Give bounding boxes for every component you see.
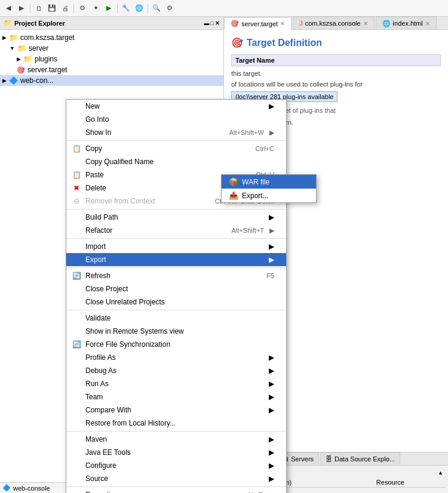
tree-item-server[interactable]: ▼ 📁 server bbox=[0, 43, 223, 54]
menu-item-import[interactable]: Import ▶ bbox=[66, 240, 286, 253]
submenu-item-export[interactable]: 📤 Export... bbox=[222, 189, 316, 202]
menu-item-go-into[interactable]: Go Into bbox=[66, 113, 286, 126]
menu-item-label: Close Unrelated Projects bbox=[85, 298, 165, 306]
tab-server-target[interactable]: 🎯 server.target ✕ bbox=[224, 17, 291, 30]
menu-item-label: Profile As bbox=[85, 353, 116, 362]
menu-item-run-as[interactable]: Run As ▶ bbox=[66, 377, 286, 390]
menu-item-show-in[interactable]: Show In Alt+Shift+W ▶ bbox=[66, 126, 286, 139]
menu-item-debug-as[interactable]: Debug As ▶ bbox=[66, 364, 286, 377]
bottom-tab-datasource[interactable]: 🗄 Data Source Explo... bbox=[320, 452, 400, 465]
menu-item-copy-qualified[interactable]: Copy Qualified Name bbox=[66, 155, 286, 168]
shortcut-label: Alt+Shift+T ▶ bbox=[232, 227, 274, 235]
arrow-icon: ▶ bbox=[269, 242, 274, 251]
menu-item-maven[interactable]: Maven ▶ bbox=[66, 433, 286, 446]
tab-close-btn[interactable]: ✕ bbox=[280, 20, 285, 27]
tab-label: index.html bbox=[393, 20, 423, 27]
menu-item-close-unrelated[interactable]: Close Unrelated Projects bbox=[66, 295, 286, 309]
toolbar-btn-star[interactable]: ✦ bbox=[90, 2, 102, 14]
war-icon: 📦 bbox=[229, 177, 238, 186]
menu-item-refresh[interactable]: 🔄 Refresh F5 bbox=[66, 269, 286, 282]
tree-item-target[interactable]: ▶ 📁 com.kszsa.target bbox=[0, 32, 223, 43]
menu-item-validate[interactable]: Validate bbox=[66, 312, 286, 325]
maximize-btn[interactable]: □ bbox=[211, 20, 214, 26]
title-text: Target Definition bbox=[247, 38, 322, 48]
desc-text: of locations will be used to collect plu… bbox=[231, 81, 363, 88]
menu-item-build-path[interactable]: Build Path ▶ bbox=[66, 211, 286, 224]
target-definition-title: 🎯 Target Definition bbox=[231, 37, 441, 48]
expand-icon: ▶ bbox=[2, 78, 7, 84]
toolbar-btn-tools[interactable]: 🔧 bbox=[120, 2, 132, 14]
tree-item-server-target[interactable]: 🎯 server.target bbox=[0, 64, 223, 75]
folder-icon: 📁 bbox=[17, 44, 26, 53]
arrow-icon: ▶ bbox=[269, 353, 274, 362]
refresh-icon: 🔄 bbox=[71, 270, 82, 281]
minimize-btn[interactable]: ▬ bbox=[204, 20, 210, 26]
menu-item-properties[interactable]: Properties Alt+Enter bbox=[66, 488, 286, 493]
menu-sep-1 bbox=[66, 140, 286, 141]
menu-item-source[interactable]: Source ▶ bbox=[66, 472, 286, 485]
toolbar-btn-search[interactable]: 🔍 bbox=[151, 2, 162, 14]
arrow-icon: ▶ bbox=[269, 448, 274, 457]
tab-console[interactable]: J com.kszsa.console ✕ bbox=[293, 17, 374, 29]
menu-item-label: Delete bbox=[85, 184, 106, 192]
tab-close-btn[interactable]: ✕ bbox=[363, 20, 368, 27]
target-icon: 🎯 bbox=[231, 20, 239, 27]
menu-item-label: Copy bbox=[85, 144, 102, 153]
menu-item-team[interactable]: Team ▶ bbox=[66, 390, 286, 403]
menu-item-restore[interactable]: Restore from Local History... bbox=[66, 417, 286, 430]
menu-item-close-project[interactable]: Close Project bbox=[66, 282, 286, 295]
arrow-icon: ▶ bbox=[269, 474, 274, 483]
menu-item-java-ee[interactable]: Java EE Tools ▶ bbox=[66, 446, 286, 459]
menu-item-profile-as[interactable]: Profile As ▶ bbox=[66, 351, 286, 364]
col-header-resource: Resource bbox=[374, 477, 446, 488]
tree-item-plugins[interactable]: ▶ 📁 plugins bbox=[0, 54, 223, 64]
toolbar-btn-globe[interactable]: 🌐 bbox=[133, 2, 145, 14]
footer-icon: 🔷 bbox=[2, 484, 11, 492]
export-label: Export... bbox=[242, 192, 269, 200]
project-icon: 🔷 bbox=[9, 76, 18, 85]
shortcut-label: F5 bbox=[266, 272, 274, 279]
tree-item-web-console[interactable]: ▶ 🔷 web-con... bbox=[0, 75, 223, 86]
close-panel-btn[interactable]: ✕ bbox=[215, 20, 220, 26]
toolbar-btn-3[interactable]: 🖨 bbox=[59, 2, 71, 14]
folder-icon: 📁 bbox=[23, 55, 32, 63]
toolbar-btn-1[interactable]: ◀ bbox=[2, 2, 14, 14]
toolbar-sep-2 bbox=[73, 4, 74, 13]
description-1: this target. bbox=[231, 70, 441, 77]
target-name-label: Target Name bbox=[231, 54, 441, 66]
project-explorer-title: Project Explorer bbox=[14, 20, 65, 27]
toolbar-btn-2[interactable]: ▶ bbox=[16, 2, 27, 14]
toolbar-btn-run[interactable]: ⚙ bbox=[76, 2, 88, 14]
menu-sep-6 bbox=[66, 431, 286, 432]
menu-item-refactor[interactable]: Refactor Alt+Shift+T ▶ bbox=[66, 224, 286, 237]
submenu-item-war[interactable]: 📦 WAR file bbox=[222, 175, 316, 189]
toolbar-sep-4 bbox=[148, 4, 148, 13]
export-icon: 📤 bbox=[229, 191, 238, 200]
menu-item-label: Import bbox=[85, 242, 106, 251]
toolbar-btn-save[interactable]: 💾 bbox=[46, 2, 58, 14]
tab-close-btn[interactable]: ✕ bbox=[425, 20, 430, 27]
toolbar-btn-new[interactable]: 🗋 bbox=[33, 2, 45, 14]
html-icon: 🌐 bbox=[382, 20, 391, 27]
sync-icon: 🔄 bbox=[71, 339, 82, 350]
menu-item-new[interactable]: New ▶ bbox=[66, 100, 286, 113]
copy-icon: 📋 bbox=[71, 143, 82, 154]
tab-label: Data Source Explo... bbox=[335, 455, 395, 463]
toolbar-btn-gear[interactable]: ⚙ bbox=[164, 2, 176, 14]
menu-item-copy[interactable]: 📋 Copy Ctrl+C bbox=[66, 142, 286, 155]
menu-item-label: Restore from Local History... bbox=[85, 419, 176, 427]
description-2: of locations will be used to collect plu… bbox=[231, 81, 441, 88]
collapse-icon[interactable]: ▲ bbox=[438, 470, 443, 476]
menu-item-label: Maven bbox=[85, 435, 107, 443]
menu-item-show-remote[interactable]: Show in Remote Systems view bbox=[66, 325, 286, 338]
arrow-icon: ▶ bbox=[269, 380, 274, 388]
toolbar-btn-play[interactable]: ▶ bbox=[103, 2, 115, 14]
menu-item-force-sync[interactable]: 🔄 Force File Synchronization bbox=[66, 338, 286, 351]
menu-item-configure[interactable]: Configure ▶ bbox=[66, 459, 286, 472]
menu-item-label: Compare With bbox=[85, 406, 131, 414]
menu-item-compare[interactable]: Compare With ▶ bbox=[66, 403, 286, 417]
file-icon: 🎯 bbox=[17, 66, 25, 74]
menu-item-export[interactable]: Export ▶ bbox=[66, 253, 286, 266]
tab-html[interactable]: 🌐 index.html ✕ bbox=[376, 17, 437, 29]
expand-icon: ▼ bbox=[10, 45, 15, 51]
